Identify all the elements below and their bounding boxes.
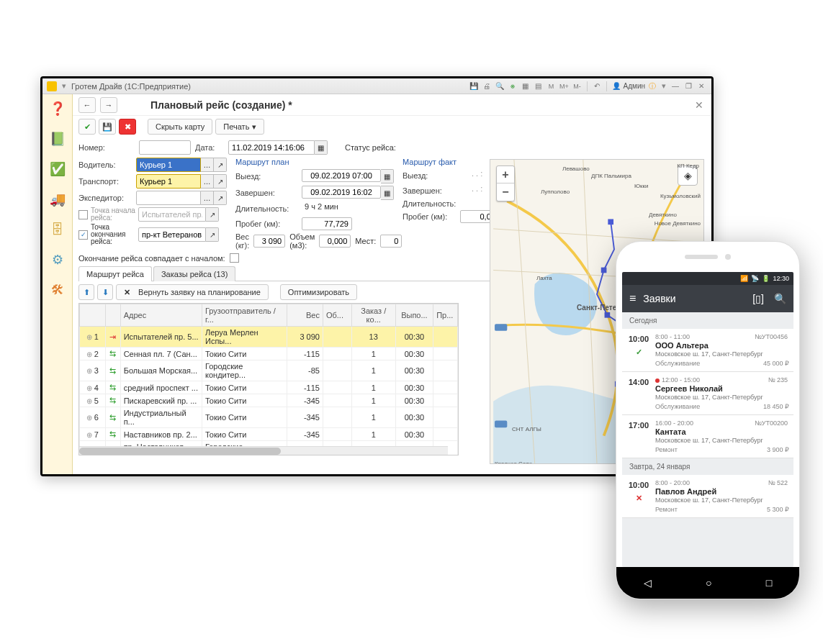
phone-appbar: ≡ Заявки [▯] 🔍	[622, 285, 793, 312]
titlebar-info-icon[interactable]: ⓘ	[647, 81, 658, 92]
side-settings-icon[interactable]: ⚙	[48, 250, 68, 270]
app-title: Гротем Драйв (1С:Предприятие)	[71, 82, 191, 91]
table-row[interactable]: ⊕ 6⇆Индустриальный п...Токио Сити-345100…	[80, 407, 458, 428]
titlebar-calc-icon[interactable]: ▤	[533, 81, 544, 92]
open-icon[interactable]: ↗	[214, 174, 227, 189]
side-tools-icon[interactable]: 🛠	[48, 280, 68, 300]
request-card[interactable]: 10:00✓8:00 - 11:00№УТ00456ООО АльтераМос…	[622, 329, 793, 372]
side-help-icon[interactable]: ❓	[48, 99, 68, 119]
calendar-icon[interactable]: ▦	[381, 169, 394, 183]
close-document-icon[interactable]: ✕	[693, 99, 706, 112]
titlebar-info-dropdown[interactable]: ▾	[660, 81, 668, 91]
plan-seats-input[interactable]	[380, 235, 402, 248]
titlebar-maximize-icon[interactable]: ❐	[683, 81, 694, 92]
svg-rect-6	[601, 268, 607, 273]
optimize-button[interactable]: Оптимизировать	[280, 284, 357, 300]
zoom-out-button[interactable]: −	[497, 183, 514, 201]
nav-fwd-button[interactable]: →	[100, 97, 117, 113]
move-down-button[interactable]: ⬇	[97, 284, 113, 300]
print-button[interactable]: Печать ▾	[215, 119, 264, 135]
plan-run-input[interactable]	[302, 217, 352, 230]
forwarder-input[interactable]	[136, 191, 201, 205]
open-icon[interactable]: ↗	[206, 227, 219, 242]
route-grid[interactable]: Адрес Грузоотправитель / г... Вес Об... …	[79, 304, 458, 455]
menu-icon[interactable]: ≡	[629, 292, 636, 305]
horizontal-scrollbar[interactable]	[79, 446, 448, 455]
titlebar-m-plus[interactable]: M+	[559, 81, 570, 92]
request-card[interactable]: 14:0012:00 - 15:00№ 235Сергеев НиколайМо…	[622, 372, 793, 415]
move-up-button[interactable]: ⬆	[78, 284, 94, 300]
svg-rect-5	[608, 219, 613, 225]
plan-vol-input[interactable]	[319, 235, 351, 248]
grid-wrap: Адрес Грузоотправитель / г... Вес Об... …	[78, 303, 459, 455]
separator	[587, 81, 588, 91]
post-button[interactable]: ✔	[78, 119, 96, 135]
nav-back-button[interactable]: ←	[78, 97, 96, 113]
dots-icon[interactable]: …	[201, 174, 214, 189]
open-icon[interactable]: ↗	[214, 158, 227, 172]
separator	[606, 81, 607, 91]
titlebar-m[interactable]: М	[546, 81, 557, 92]
plan-dep-input[interactable]	[302, 169, 381, 182]
scan-icon[interactable]: [▯]	[752, 293, 764, 304]
plan-fin-label: Завершен:	[235, 189, 299, 197]
start-point-label: Точка начала рейса:	[91, 207, 135, 222]
request-card[interactable]: 17:0016:00 - 20:00№УТ00200КантатаМосковс…	[622, 415, 793, 458]
titlebar-back-icon[interactable]: ↶	[591, 81, 603, 92]
side-folder-icon[interactable]: 📗	[48, 129, 68, 149]
tab-orders[interactable]: Заказы рейса (13)	[153, 266, 235, 281]
table-row[interactable]: ⊕ 5⇆Пискаревский пр. ...Токио Сити-34510…	[80, 394, 458, 407]
side-database-icon[interactable]: 🗄	[48, 219, 68, 240]
save-button[interactable]: 💾	[99, 119, 116, 135]
table-row[interactable]: ⊕ 7⇆Наставников пр. 2...Токио Сити-34510…	[80, 428, 458, 441]
dots-icon[interactable]: …	[201, 191, 214, 205]
titlebar-print-icon[interactable]: 🖨	[481, 81, 493, 92]
titlebar-minimize-icon[interactable]: —	[670, 81, 681, 92]
end-point-checkbox[interactable]	[78, 230, 88, 240]
table-row[interactable]: ⊕ 4⇆средний проспект ...Токио Сити-11510…	[80, 381, 458, 394]
open-icon[interactable]: ↗	[214, 191, 227, 205]
app-menu-dropdown[interactable]: ▾	[60, 81, 68, 91]
driver-input[interactable]	[136, 158, 201, 172]
request-card[interactable]: 10:00✕8:00 - 20:00№ 522Павлов АндрейМоск…	[622, 475, 793, 518]
phone-screen: 📶 📡 🔋 12:30 ≡ Заявки [▯] 🔍 Сегодня 10:00…	[622, 272, 793, 567]
table-row[interactable]: ⊕ 2⇆Сенная пл. 7 (Сан...Токио Сити-11510…	[80, 348, 458, 360]
titlebar-search-icon[interactable]: 🔍	[494, 81, 505, 92]
nav-home-icon[interactable]: ○	[706, 577, 711, 589]
return-button[interactable]: ✕ Вернуть заявку на планирование	[116, 284, 269, 300]
plan-fin-input[interactable]	[302, 186, 381, 199]
dots-icon[interactable]: …	[201, 158, 214, 172]
transport-label: Транспорт:	[78, 177, 133, 186]
number-input[interactable]	[139, 140, 191, 155]
titlebar-m-minus[interactable]: M-	[572, 81, 583, 92]
open-icon[interactable]: ↗	[206, 207, 219, 222]
date-label: Дата:	[195, 143, 224, 152]
side-check-icon[interactable]: ✅	[48, 159, 68, 179]
plan-weight-label: Вес (кг):	[235, 232, 249, 250]
titlebar-nav-icon[interactable]: ⎈	[507, 81, 518, 92]
end-point-input[interactable]	[138, 227, 206, 242]
zoom-in-button[interactable]: +	[497, 166, 514, 183]
transport-input[interactable]	[136, 174, 201, 189]
start-point-checkbox[interactable]	[78, 210, 88, 219]
titlebar-calendar-icon[interactable]: ▦	[520, 81, 531, 92]
match-checkbox[interactable]	[230, 253, 239, 263]
side-truck-icon[interactable]: 🚚	[48, 189, 68, 209]
tab-route[interactable]: Маршрут рейса	[78, 266, 152, 281]
plan-weight-input[interactable]	[253, 235, 285, 248]
hide-map-button[interactable]: Скрыть карту	[148, 119, 212, 135]
table-row[interactable]: ⊕ 1⇥Испытателей пр. 5...Леруа Мерлен Исп…	[80, 327, 458, 348]
delete-button[interactable]: ✖	[119, 119, 136, 135]
nav-back-icon[interactable]: ◁	[644, 577, 652, 589]
calendar-icon[interactable]: ▦	[381, 186, 394, 200]
nav-recent-icon[interactable]: □	[766, 577, 772, 589]
titlebar-user-label: Админ	[624, 82, 646, 90]
date-input[interactable]	[228, 140, 315, 155]
search-icon[interactable]: 🔍	[774, 293, 786, 304]
titlebar-user-icon: 👤	[611, 81, 622, 92]
titlebar-close-icon[interactable]: ✕	[696, 81, 707, 92]
calendar-icon[interactable]: ▦	[315, 140, 328, 155]
map-label: Новое Девяткино	[655, 220, 701, 227]
titlebar-save-icon[interactable]: 💾	[468, 81, 480, 92]
table-row[interactable]: ⊕ 3⇆Большая Морская...Городские кондитер…	[80, 360, 458, 381]
